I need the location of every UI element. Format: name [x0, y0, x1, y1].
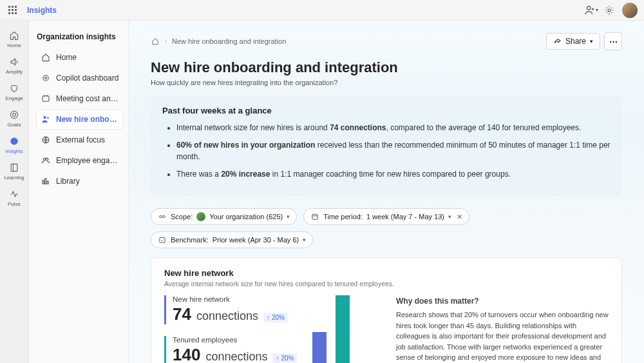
- app-launcher-icon[interactable]: [6, 4, 19, 17]
- bar-newhire: [312, 332, 327, 363]
- scope-filter[interactable]: Scope: Your organization (625) ▾: [151, 208, 297, 225]
- svg-rect-6: [8, 12, 10, 14]
- why-body: Research shows that 20% of turnovers occ…: [396, 309, 609, 363]
- rail-label: Engage: [5, 95, 23, 101]
- why-heading: Why does this matter?: [396, 295, 609, 307]
- svg-point-13: [10, 137, 17, 144]
- benchmark-filter[interactable]: Benchmark: Prior week (Apr 30 - May 6) ▾: [151, 231, 313, 248]
- filter-value: Prior week (Apr 30 - May 6): [213, 236, 299, 244]
- sidebar-heading: Organization insights: [37, 32, 123, 41]
- svg-rect-17: [43, 96, 49, 101]
- share-icon: [553, 37, 562, 46]
- svg-rect-1: [12, 6, 14, 8]
- network-heading: New hire network: [164, 268, 609, 278]
- svg-point-18: [44, 116, 46, 119]
- metric-tenured: Tenured employees 140 connections ↑20%: [164, 336, 297, 363]
- pulse-icon: [8, 188, 20, 200]
- rail-pulse[interactable]: Pulse: [0, 184, 29, 211]
- metric-label: Tenured employees: [173, 336, 297, 344]
- svg-point-16: [45, 77, 47, 79]
- metric-value: 74: [173, 304, 191, 324]
- sidebar-item-copilot[interactable]: Copilot dashboard: [37, 68, 123, 88]
- scope-icon: [158, 212, 167, 221]
- settings-icon[interactable]: [600, 1, 618, 19]
- library-icon: [41, 176, 51, 186]
- chevron-down-icon: ▾: [287, 213, 290, 220]
- svg-point-21: [46, 158, 48, 161]
- goals-icon: [8, 109, 20, 121]
- metric-label: New hire network: [173, 295, 297, 303]
- svg-rect-8: [15, 12, 17, 14]
- share-label: Share: [565, 37, 586, 46]
- filter-label: Scope:: [171, 213, 193, 221]
- arrow-up-icon: ↑: [276, 355, 279, 362]
- glance-bullet: Internal network size for new hires is a…: [176, 122, 611, 134]
- svg-rect-27: [312, 215, 317, 220]
- rail-insights[interactable]: Insights: [0, 132, 29, 158]
- topbar: Insights ▾: [0, 0, 644, 21]
- bar-chart: [312, 295, 350, 363]
- sidebar-item-engagement[interactable]: Employee engagement: [37, 151, 123, 170]
- svg-rect-2: [15, 6, 17, 8]
- svg-point-26: [163, 216, 166, 219]
- glance-bullet: There was a 20% increase in 1:1 manager …: [176, 168, 611, 181]
- rail-label: Pulse: [8, 201, 21, 207]
- rail-label: Insights: [5, 148, 23, 154]
- rail-amplify[interactable]: Amplify: [0, 52, 29, 79]
- benchmark-icon: [158, 235, 167, 244]
- metric-value: 140: [173, 345, 200, 363]
- org-avatar: [196, 212, 205, 221]
- svg-point-10: [608, 9, 611, 12]
- sidebar-item-external[interactable]: External focus: [37, 130, 123, 150]
- share-button[interactable]: Share ▾: [546, 33, 600, 50]
- sidebar-item-meeting[interactable]: Meeting cost and qual…: [37, 89, 123, 108]
- svg-rect-23: [45, 179, 46, 184]
- copilot-icon: [41, 73, 51, 83]
- calendar-icon: [310, 212, 319, 221]
- rail-label: Learning: [4, 175, 24, 181]
- people-icon: [41, 155, 51, 166]
- glance-card: Past four weeks at a glance Internal net…: [151, 97, 622, 195]
- svg-point-11: [10, 111, 17, 118]
- insights-icon: [8, 135, 20, 147]
- user-avatar[interactable]: [622, 3, 638, 18]
- clear-filter-icon[interactable]: ✕: [457, 213, 462, 221]
- sidebar-item-label: New hire onboarding: [56, 115, 119, 124]
- time-filter[interactable]: Time period: 1 week (May 7 - May 13) ▾ ✕: [303, 208, 469, 225]
- home-icon: [8, 30, 20, 41]
- svg-rect-3: [8, 9, 10, 11]
- amplify-icon: [8, 56, 20, 68]
- arrow-up-icon: ↑: [267, 314, 270, 321]
- svg-point-20: [43, 158, 46, 161]
- sidebar-item-library[interactable]: Library: [37, 172, 123, 191]
- sidebar-item-label: Library: [56, 177, 80, 186]
- why-panel: Why does this matter? Research shows tha…: [396, 295, 609, 363]
- sidebar: Organization insights Home Copilot dashb…: [29, 21, 129, 363]
- more-icon: ⋯: [609, 37, 618, 46]
- rail-engage[interactable]: Engage: [0, 79, 29, 105]
- rail-home[interactable]: Home: [0, 26, 29, 52]
- add-person-icon[interactable]: ▾: [582, 1, 600, 19]
- sidebar-item-newhire[interactable]: New hire onboarding: [37, 110, 123, 129]
- svg-point-12: [13, 113, 16, 117]
- sidebar-item-home[interactable]: Home: [37, 48, 123, 67]
- svg-rect-22: [43, 181, 44, 184]
- metric-newhire: New hire network 74 connections ↑20%: [164, 295, 297, 324]
- sidebar-item-label: Home: [56, 53, 77, 62]
- breadcrumb: › New hire onboarding and integration: [151, 37, 286, 46]
- person-plus-icon: [41, 114, 51, 124]
- app-title: Insights: [27, 6, 57, 15]
- rail-label: Home: [7, 43, 21, 48]
- breadcrumb-home-icon[interactable]: [151, 37, 160, 46]
- network-card: New hire network Average internal networ…: [151, 257, 622, 363]
- more-button[interactable]: ⋯: [604, 32, 622, 50]
- rail-learning[interactable]: Learning: [0, 158, 29, 184]
- glance-heading: Past four weeks at a glance: [162, 106, 611, 115]
- page-subtitle: How quickly are new hires integrating in…: [151, 79, 622, 86]
- svg-rect-4: [12, 9, 14, 11]
- svg-rect-14: [11, 164, 17, 171]
- chevron-right-icon: ›: [165, 38, 167, 44]
- rail-goals[interactable]: Goals: [0, 105, 29, 132]
- metric-delta: ↑20%: [263, 313, 288, 322]
- metric-unit: connections: [205, 350, 267, 363]
